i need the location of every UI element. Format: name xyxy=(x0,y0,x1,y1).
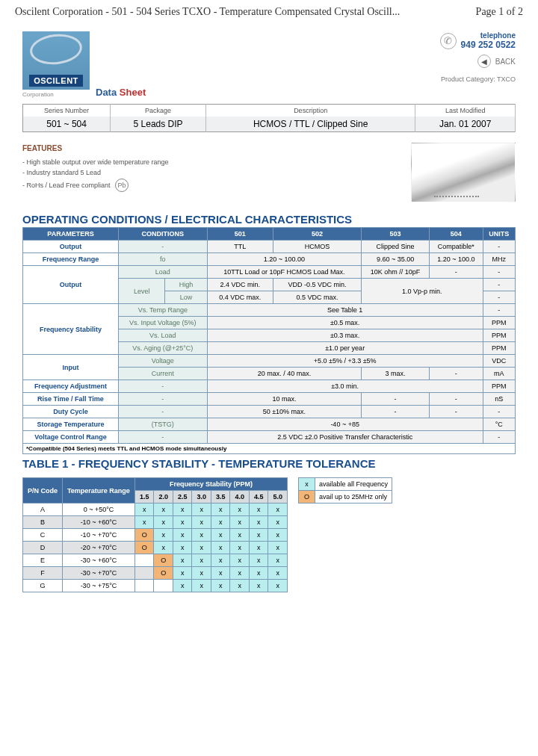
stability-cell: x xyxy=(154,542,173,554)
stability-cell: x xyxy=(154,529,173,542)
legend-o-cell: O xyxy=(299,491,315,504)
back-arrow-icon: ◀ xyxy=(477,55,491,68)
stability-cell: x xyxy=(173,529,192,542)
feature-item: - High stable output over wide temperatu… xyxy=(22,157,169,167)
pn-code: D xyxy=(23,542,63,554)
telephone-label: telephone xyxy=(461,31,516,40)
stability-cell: x xyxy=(230,504,250,516)
pn-code: B xyxy=(23,516,63,529)
page-header: Oscilent Corporation - 501 - 504 Series … xyxy=(0,0,538,24)
lead-free-icon: Pb xyxy=(115,179,129,192)
stability-cell: x xyxy=(268,554,288,567)
stability-cell: x xyxy=(249,516,268,529)
logo-corporation: Corporation xyxy=(22,91,90,98)
company-logo: OSCILENT xyxy=(22,31,90,90)
stability-cell: x xyxy=(211,580,230,592)
stability-cell: O xyxy=(134,529,154,542)
stability-cell: x xyxy=(192,567,211,580)
package: 5 Leads DIP xyxy=(111,117,206,132)
col-package: Package xyxy=(111,105,206,117)
pn-code: C xyxy=(23,529,63,542)
stability-cell: x xyxy=(268,580,288,592)
temp-range: -10 ~ +60°C xyxy=(63,516,135,529)
logo-block: OSCILENT Corporation Data Sheet xyxy=(22,31,146,98)
stability-cell xyxy=(134,554,154,567)
stability-cell: x xyxy=(154,516,173,529)
legend-o-text: avail up to 25MHz only xyxy=(315,491,392,504)
stability-cell: O xyxy=(154,567,173,580)
stability-cell: x xyxy=(192,542,211,554)
temp-range: 0 ~ +50°C xyxy=(63,504,135,516)
stability-cell: x xyxy=(192,580,211,592)
t1-col: 5.0 xyxy=(268,491,288,504)
stability-cell: x xyxy=(230,529,250,542)
section-table1: TABLE 1 - FREQUENCY STABILITY - TEMPERAT… xyxy=(22,457,516,470)
stability-cell: x xyxy=(211,529,230,542)
section-operating-conditions: OPERATING CONDITIONS / ELECTRICAL CHARAC… xyxy=(22,213,516,226)
stability-cell: x xyxy=(230,516,250,529)
stability-cell: x xyxy=(230,542,250,554)
features-block: FEATURES - High stable output over wide … xyxy=(22,143,169,202)
col-desc: Description xyxy=(205,105,415,117)
series-info-table: Series Number Package Description Last M… xyxy=(22,104,516,132)
temp-tolerance-table: P/N Code Temperature Range Frequency Sta… xyxy=(22,477,288,592)
stability-cell: x xyxy=(249,529,268,542)
temp-range: -20 ~ +70°C xyxy=(63,542,135,554)
stability-cell: x xyxy=(211,504,230,516)
stability-cell: x xyxy=(173,580,192,592)
stability-cell: x xyxy=(249,504,268,516)
temp-range: -10 ~ +70°C xyxy=(63,529,135,542)
stability-cell: x xyxy=(173,516,192,529)
t1-col: 2.0 xyxy=(154,491,173,504)
t1-col: 4.5 xyxy=(249,491,268,504)
stability-cell: x xyxy=(230,554,250,567)
stability-cell: x xyxy=(154,504,173,516)
t1-col: 3.0 xyxy=(192,491,211,504)
stability-cell: x xyxy=(268,529,288,542)
stability-cell: x xyxy=(249,567,268,580)
doc-type-label: Data Sheet xyxy=(96,87,146,98)
logo-ring-icon xyxy=(28,31,84,66)
temp-range: -30 ~ +75°C xyxy=(63,580,135,592)
t1-col: 2.5 xyxy=(173,491,192,504)
stability-cell: x xyxy=(268,567,288,580)
stability-cell: x xyxy=(192,504,211,516)
contact-block: ✆ telephone 949 252 0522 ◀ BACK Product … xyxy=(440,31,516,83)
feature-item: - RoHs / Lead Free compliant Pb xyxy=(22,179,169,192)
stability-cell: x xyxy=(211,516,230,529)
features-title: FEATURES xyxy=(22,143,169,155)
spec-table: PARAMETERS CONDITIONS 501 502 503 504 UN… xyxy=(22,227,516,444)
stability-cell: x xyxy=(192,516,211,529)
stability-cell: x xyxy=(230,580,250,592)
legend-x-text: available all Frequency xyxy=(315,478,392,491)
stability-cell xyxy=(134,567,154,580)
header-title: Oscilent Corporation - 501 - 504 Series … xyxy=(15,6,400,18)
stability-cell: x xyxy=(173,554,192,567)
pn-code: A xyxy=(23,504,63,516)
stability-cell: O xyxy=(134,542,154,554)
legend-x-cell: x xyxy=(299,478,315,491)
stability-cell: x xyxy=(211,542,230,554)
stability-cell: x xyxy=(249,580,268,592)
feature-item: - Industry standard 5 Lead xyxy=(22,167,169,178)
stability-cell: x xyxy=(173,567,192,580)
col-series: Series Number xyxy=(23,105,111,117)
stability-cell: x xyxy=(134,504,154,516)
description: HCMOS / TTL / Clipped Sine xyxy=(205,117,415,132)
stability-cell: x xyxy=(268,542,288,554)
phone-icon: ✆ xyxy=(440,33,457,49)
back-label: BACK xyxy=(495,58,516,66)
last-modified: Jan. 01 2007 xyxy=(415,117,516,132)
stability-cell: O xyxy=(154,554,173,567)
col-modified: Last Modified xyxy=(415,105,516,117)
header-page: Page 1 of 2 xyxy=(476,6,523,18)
series-number: 501 ~ 504 xyxy=(23,117,111,132)
stability-cell: x xyxy=(268,516,288,529)
stability-cell: x xyxy=(230,567,250,580)
stability-cell: x xyxy=(173,504,192,516)
stability-cell: x xyxy=(192,554,211,567)
stability-cell: x xyxy=(211,554,230,567)
t1-col: 3.5 xyxy=(211,491,230,504)
t1-col: 1.5 xyxy=(134,491,154,504)
back-button[interactable]: ◀ BACK xyxy=(440,55,516,68)
